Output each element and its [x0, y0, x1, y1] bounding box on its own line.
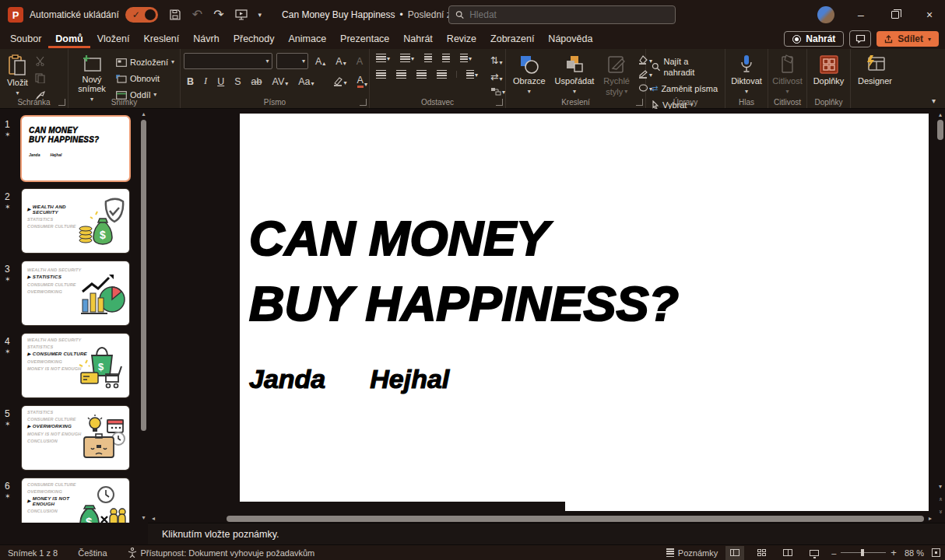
addins-button[interactable]: Doplňky	[810, 53, 847, 87]
font-name-combo[interactable]: ▾	[184, 53, 272, 69]
line-spacing-button[interactable]: ▾	[457, 53, 475, 63]
scroll-down-icon[interactable]: ▾	[140, 514, 147, 521]
slideshow-view-button[interactable]	[805, 546, 824, 560]
minimize-button[interactable]: –	[845, 0, 876, 30]
tab-navrh[interactable]: Návrh	[186, 30, 226, 48]
strikethrough-button[interactable]: ab	[248, 75, 265, 88]
quick-styles-button[interactable]: Rychlé styly▾	[599, 53, 634, 98]
slide-thumbnail-2[interactable]: WEALTH AND SECURITY STATISTICS CONSUMER …	[22, 189, 129, 253]
search-box[interactable]	[448, 5, 676, 24]
zoom-in-button[interactable]: +	[891, 547, 897, 558]
previous-slide-icon[interactable]: «	[937, 495, 944, 503]
cut-icon[interactable]	[32, 55, 48, 69]
notes-toggle-button[interactable]: Poznámky	[666, 548, 718, 558]
close-button[interactable]: ×	[914, 0, 945, 30]
replace-fonts-button[interactable]: ⇄ Zaměnit písma	[649, 82, 722, 95]
bold-button[interactable]: B	[184, 75, 197, 88]
horizontal-scrollbar[interactable]: ◂ ▸	[152, 515, 932, 522]
tab-soubor[interactable]: Soubor	[3, 30, 48, 48]
tab-revize[interactable]: Revize	[440, 30, 483, 48]
character-spacing-button[interactable]: AV▾	[269, 75, 291, 88]
start-presentation-icon[interactable]	[235, 9, 248, 20]
paragraph-dialog-launcher[interactable]	[496, 99, 503, 106]
change-case-button[interactable]: Aa▾	[295, 75, 317, 88]
font-dialog-launcher[interactable]	[360, 99, 367, 106]
align-left-button[interactable]	[373, 69, 389, 79]
align-right-button[interactable]	[413, 69, 430, 79]
vertical-scrollbar[interactable]: ▴ ▾ « »	[936, 111, 944, 520]
scroll-left-icon[interactable]: ◂	[152, 515, 158, 522]
slide-title[interactable]: CAN MONEY BUY HAPPINESS?	[249, 205, 679, 336]
share-button[interactable]: Sdílet ▾	[876, 31, 939, 47]
redo-icon[interactable]: ↷	[213, 9, 223, 21]
slide-thumbnail-4[interactable]: WEALTH AND SECURITY STATISTICS CONSUMER …	[22, 334, 129, 397]
paste-button[interactable]: Vložit ▾	[3, 53, 32, 103]
slide-thumbnail-1[interactable]: CAN MONEY BUY HAPPINESS? Janda Hejhal	[22, 117, 129, 180]
zoom-slider[interactable]	[861, 549, 864, 556]
next-slide-icon[interactable]: »	[937, 508, 944, 516]
scrollbar-thumb[interactable]	[227, 516, 924, 522]
text-shadow-button[interactable]: S	[231, 75, 244, 88]
increase-font-icon[interactable]: A▴	[312, 55, 328, 68]
fit-slide-button[interactable]	[932, 548, 940, 557]
scroll-up-icon[interactable]: ▴	[140, 110, 147, 117]
italic-button[interactable]: I	[201, 75, 210, 88]
bullets-button[interactable]: ▾	[373, 53, 393, 63]
slide-thumbnail-3[interactable]: WEALTH AND SECURITY STATISTICS CONSUMER …	[22, 261, 129, 325]
slide-sorter-view-button[interactable]	[752, 546, 771, 560]
slide-editor[interactable]: CAN MONEY BUY HAPPINESS? Janda Hejhal	[240, 114, 929, 511]
arrange-button[interactable]: Uspořádat ▾	[551, 53, 599, 98]
reading-view-button[interactable]	[778, 546, 797, 560]
zoom-level[interactable]: 88 %	[905, 548, 924, 558]
increase-indent-button[interactable]	[439, 53, 453, 63]
collapse-ribbon-icon[interactable]: ▾	[932, 96, 936, 105]
columns-button[interactable]: ▾	[463, 69, 481, 79]
layout-button[interactable]: Rozložení ▾	[114, 56, 177, 68]
tab-prezentace[interactable]: Prezentace	[333, 30, 396, 48]
powerpoint-logo-icon[interactable]: P	[8, 7, 23, 23]
language-indicator[interactable]: Čeština	[78, 548, 107, 558]
copy-icon[interactable]	[32, 72, 48, 86]
record-button[interactable]: Nahrát	[784, 31, 844, 47]
underline-button[interactable]: U	[214, 75, 227, 88]
user-avatar[interactable]	[817, 6, 834, 23]
tab-napoveda[interactable]: Nápověda	[541, 30, 599, 48]
customize-toolbar-icon[interactable]: ▾	[258, 9, 262, 21]
autosave-toggle[interactable]: ✓	[125, 7, 158, 23]
tab-vlozeni[interactable]: Vložení	[90, 30, 137, 48]
undo-icon[interactable]: ↶	[192, 9, 202, 21]
comments-button[interactable]	[849, 30, 871, 47]
decrease-font-icon[interactable]: A▾	[332, 55, 349, 68]
sensitivity-button[interactable]: Citlivost ▾	[771, 53, 803, 98]
scroll-up-icon[interactable]: ▴	[936, 111, 944, 118]
clear-formatting-icon[interactable]: A	[353, 55, 366, 68]
find-replace-button[interactable]: Najít a nahradit	[649, 55, 722, 79]
tab-nahrat[interactable]: Nahrát	[396, 30, 440, 48]
font-size-combo[interactable]: ▾	[276, 53, 308, 69]
scrollbar-thumb[interactable]	[141, 120, 146, 431]
decrease-indent-button[interactable]	[421, 53, 435, 63]
align-center-button[interactable]	[393, 69, 409, 79]
justify-button[interactable]	[434, 69, 450, 79]
reset-button[interactable]: Obnovit	[114, 72, 177, 85]
align-text-button[interactable]: ⇄▾	[487, 70, 508, 83]
search-input[interactable]	[469, 9, 669, 20]
save-icon[interactable]	[169, 9, 181, 21]
slide-thumbnail-6[interactable]: CONSUMER CULTURE OVERWORKING MONEY IS NO…	[22, 478, 129, 523]
accessibility-status[interactable]: Přístupnost: Dokument vyhovuje požadavků…	[128, 548, 315, 558]
dictate-button[interactable]: Diktovat ▾	[729, 53, 764, 98]
tab-kresleni[interactable]: Kreslení	[136, 30, 186, 48]
scroll-right-icon[interactable]: ▸	[926, 515, 932, 522]
designer-button[interactable]: Designer	[854, 53, 896, 87]
slide-indicator[interactable]: Snímek 1 z 8	[8, 548, 58, 558]
tab-animace[interactable]: Animace	[281, 30, 333, 48]
scroll-down-icon[interactable]: ▾	[936, 483, 944, 490]
slide-subtitle[interactable]: Janda Hejhal	[249, 364, 449, 394]
font-color-button[interactable]: A▾	[354, 74, 371, 89]
shapes-button[interactable]: Obrazce ▾	[509, 53, 550, 98]
slide-thumbnail-5[interactable]: STATISTICS CONSUMER CULTURE OVERWORKING …	[22, 406, 129, 470]
notes-pane[interactable]: Kliknutím vložte poznámky.	[148, 523, 945, 544]
numbering-button[interactable]: ▾	[397, 53, 417, 63]
zoom-out-button[interactable]: –	[831, 548, 836, 558]
scrollbar-thumb[interactable]	[937, 120, 943, 140]
